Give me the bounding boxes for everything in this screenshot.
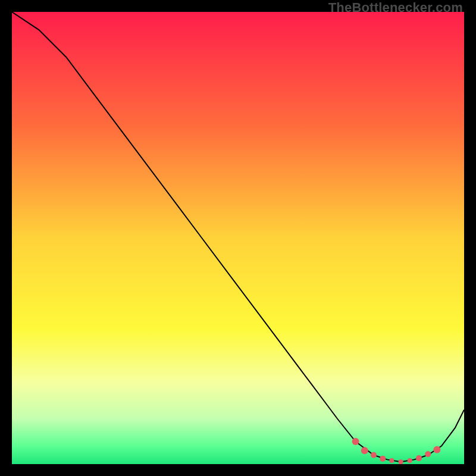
marker-point — [416, 455, 422, 461]
marker-point — [371, 452, 377, 458]
marker-point — [425, 451, 431, 457]
marker-point — [433, 446, 440, 453]
marker-point — [380, 456, 386, 462]
curve-layer — [12, 12, 464, 464]
marker-point — [352, 438, 359, 445]
marker-point — [399, 459, 403, 464]
chart-stage: TheBottlenecker.com — [0, 0, 476, 476]
marker-group — [352, 438, 441, 464]
plot-area — [12, 12, 464, 464]
marker-point — [408, 458, 412, 463]
marker-point — [389, 458, 394, 463]
marker-point — [361, 447, 368, 454]
bottleneck-curve — [12, 12, 464, 462]
